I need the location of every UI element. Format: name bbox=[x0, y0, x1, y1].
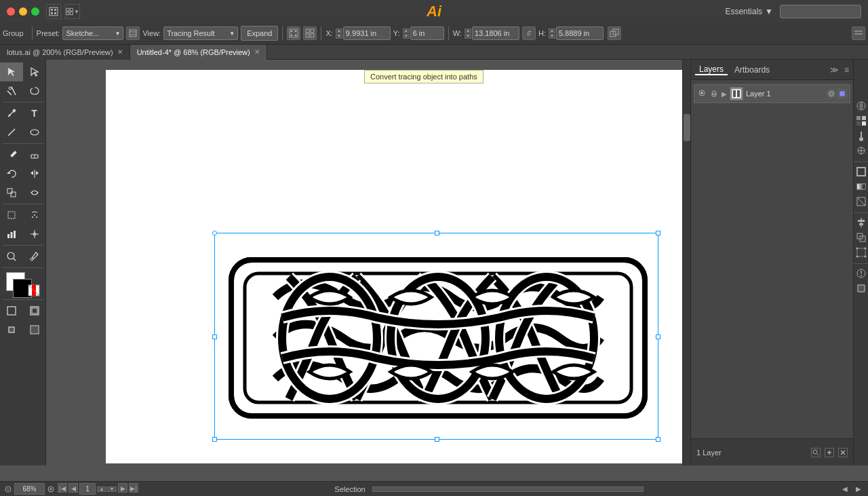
pen-tool[interactable] bbox=[0, 104, 23, 123]
symbols-icon[interactable] bbox=[855, 145, 867, 157]
svg-rect-46 bbox=[14, 231, 16, 238]
lasso-tool[interactable] bbox=[23, 81, 46, 100]
pathfinder-icon[interactable] bbox=[855, 232, 867, 244]
color-icon[interactable] bbox=[855, 100, 867, 113]
layer-visibility-icon[interactable] bbox=[697, 89, 707, 98]
nav-last[interactable]: ▶| bbox=[129, 483, 138, 493]
layer-target-icon[interactable] bbox=[827, 89, 836, 98]
add-layer-icon[interactable] bbox=[825, 448, 834, 457]
y-input[interactable] bbox=[410, 26, 444, 40]
grid-icon[interactable] bbox=[303, 26, 317, 40]
no-fill-indicator[interactable] bbox=[28, 284, 40, 298]
more-options-icon[interactable] bbox=[852, 26, 865, 40]
tab-lotus[interactable]: lotus.ai @ 200% (RGB/Preview) ✕ bbox=[0, 45, 130, 60]
transform-icon[interactable] bbox=[287, 26, 300, 40]
reflect-tool[interactable] bbox=[23, 164, 46, 183]
page-selector[interactable]: ▲ ▼ bbox=[97, 483, 117, 495]
expand-button[interactable]: Expand bbox=[241, 26, 278, 41]
screen-mode[interactable] bbox=[23, 320, 46, 339]
w-stepper[interactable]: ▲ ▼ bbox=[465, 28, 471, 39]
warp-tool[interactable] bbox=[23, 183, 46, 202]
gradient-icon[interactable] bbox=[855, 181, 867, 193]
search-layers-icon[interactable] bbox=[811, 448, 821, 457]
h-input[interactable] bbox=[556, 26, 604, 40]
pencil-tool[interactable] bbox=[0, 145, 23, 164]
layer-lock-icon[interactable] bbox=[709, 89, 719, 98]
brushes-icon[interactable] bbox=[855, 130, 867, 142]
view-select[interactable]: Tracing Result ▼ bbox=[163, 26, 238, 40]
artboards-tab[interactable]: Artboards bbox=[730, 65, 774, 75]
tab-close-untitled[interactable]: ✕ bbox=[254, 48, 260, 56]
layers-tab[interactable]: Layers bbox=[695, 64, 728, 75]
transform-panel-icon[interactable] bbox=[855, 247, 867, 259]
close-button[interactable] bbox=[7, 7, 15, 16]
layer-select-icon[interactable] bbox=[837, 89, 847, 98]
y-stepper[interactable]: ▲ ▼ bbox=[403, 28, 410, 39]
artboard-nav-right-icon[interactable]: ▶ bbox=[853, 484, 864, 495]
svg-rect-9 bbox=[130, 30, 136, 37]
selection-tool[interactable] bbox=[0, 62, 23, 81]
nav-prev[interactable]: ◀ bbox=[68, 483, 78, 493]
search-box[interactable] bbox=[780, 5, 861, 18]
draw-mode-normal[interactable] bbox=[0, 301, 23, 320]
page-input[interactable] bbox=[79, 483, 96, 495]
swatches-icon[interactable] bbox=[855, 115, 867, 128]
zoom-out-icon[interactable] bbox=[4, 485, 12, 493]
canvas-area[interactable]: ▲ bbox=[46, 60, 690, 465]
transparency-icon[interactable] bbox=[855, 196, 867, 208]
free-transform-tool[interactable] bbox=[0, 206, 23, 225]
minimize-button[interactable] bbox=[19, 7, 27, 16]
type-tool[interactable]: T bbox=[23, 104, 46, 123]
workspace-selector[interactable]: Essentials ▼ bbox=[725, 7, 773, 16]
link-icon[interactable] bbox=[522, 26, 536, 40]
delete-layer-icon[interactable] bbox=[838, 448, 848, 457]
magic-wand-tool[interactable] bbox=[0, 81, 23, 100]
maximize-button[interactable] bbox=[31, 7, 39, 16]
scrollbar-vertical[interactable] bbox=[682, 60, 690, 465]
x-input[interactable] bbox=[343, 26, 391, 40]
scrollbar-thumb[interactable] bbox=[684, 114, 690, 141]
layer-1-row[interactable]: ▶ Layer 1 bbox=[694, 84, 850, 103]
eraser-tool[interactable] bbox=[23, 145, 46, 164]
layer-expand-arrow[interactable]: ▶ bbox=[722, 90, 727, 98]
preset-icon[interactable] bbox=[126, 26, 140, 40]
svg-point-28 bbox=[8, 115, 10, 117]
appearance-icon[interactable] bbox=[855, 268, 867, 280]
ellipse-tool[interactable] bbox=[23, 123, 46, 142]
symbol-sprayer-tool[interactable] bbox=[23, 206, 46, 225]
direct-selection-tool[interactable] bbox=[23, 62, 46, 81]
scale-tool[interactable] bbox=[0, 183, 23, 202]
draw-mode-inside[interactable] bbox=[23, 301, 46, 320]
view-icon[interactable]: ▼ bbox=[65, 4, 80, 19]
svg-marker-34 bbox=[7, 172, 11, 174]
h-stepper[interactable]: ▲ ▼ bbox=[549, 28, 555, 39]
line-tool[interactable] bbox=[0, 123, 23, 142]
library-icon[interactable] bbox=[46, 4, 61, 19]
tab-close-lotus[interactable]: ✕ bbox=[117, 48, 123, 56]
svg-line-51 bbox=[14, 259, 16, 261]
nav-next[interactable]: ▶ bbox=[118, 483, 127, 493]
stroke-icon[interactable] bbox=[855, 166, 867, 178]
rotate-tool[interactable] bbox=[0, 164, 23, 183]
eyedropper-tool[interactable] bbox=[23, 247, 46, 266]
artboard-nav-icon[interactable]: ◀ bbox=[840, 484, 850, 495]
align-icon[interactable] bbox=[855, 217, 867, 229]
zoom-control bbox=[4, 483, 55, 495]
preset-select[interactable]: Sketche... ▼ bbox=[62, 26, 123, 40]
zoom-in-icon[interactable] bbox=[47, 485, 55, 493]
panel-controls[interactable]: ≫ ≡ bbox=[830, 65, 849, 75]
svg-rect-4 bbox=[54, 12, 56, 14]
zoom-input[interactable] bbox=[14, 483, 45, 495]
x-stepper[interactable]: ▲ ▼ bbox=[336, 28, 342, 39]
column-graph-tool[interactable] bbox=[0, 225, 23, 244]
nav-first[interactable]: |◀ bbox=[58, 483, 67, 493]
tab-untitled[interactable]: Untitled-4* @ 68% (RGB/Preview) ✕ bbox=[130, 45, 267, 60]
panel-action-buttons bbox=[811, 448, 848, 457]
mesh-tool[interactable] bbox=[23, 225, 46, 244]
zoom-tool[interactable] bbox=[0, 247, 23, 266]
graphic-styles-icon[interactable] bbox=[855, 283, 867, 295]
w-input[interactable] bbox=[472, 26, 519, 40]
draw-mode-outside[interactable] bbox=[0, 320, 23, 339]
arrange-icon[interactable] bbox=[608, 26, 621, 40]
svg-point-42 bbox=[34, 214, 35, 216]
